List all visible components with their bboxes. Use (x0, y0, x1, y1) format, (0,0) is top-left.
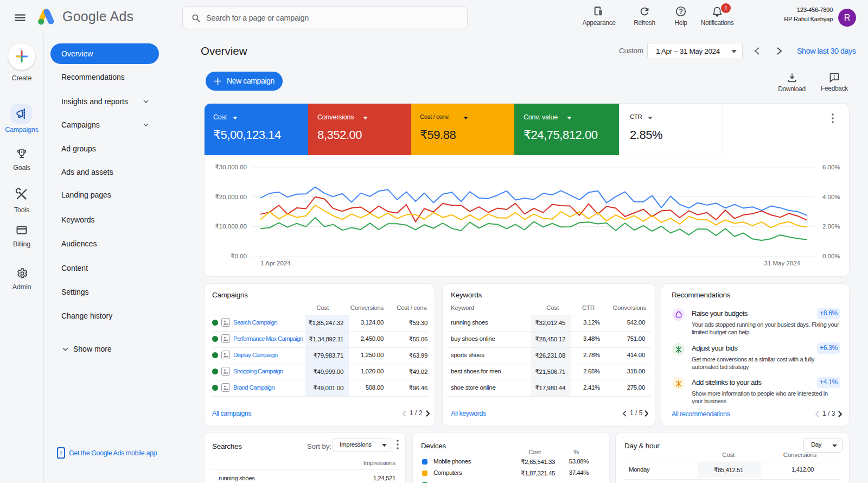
svg-text:1 Apr 2024: 1 Apr 2024 (260, 260, 291, 266)
svg-text:31 May 2024: 31 May 2024 (764, 260, 801, 266)
svg-text:4.00%: 4.00% (822, 194, 840, 200)
svg-text:₹30,000.00: ₹30,000.00 (215, 164, 247, 170)
svg-text:₹10,000.00: ₹10,000.00 (215, 223, 247, 230)
svg-text:₹20,000.00: ₹20,000.00 (215, 194, 247, 200)
svg-text:₹0.00: ₹0.00 (231, 253, 247, 259)
svg-text:6.00%: 6.00% (822, 164, 840, 170)
svg-text:0.00%: 0.00% (822, 253, 840, 259)
svg-text:2.00%: 2.00% (822, 223, 840, 230)
